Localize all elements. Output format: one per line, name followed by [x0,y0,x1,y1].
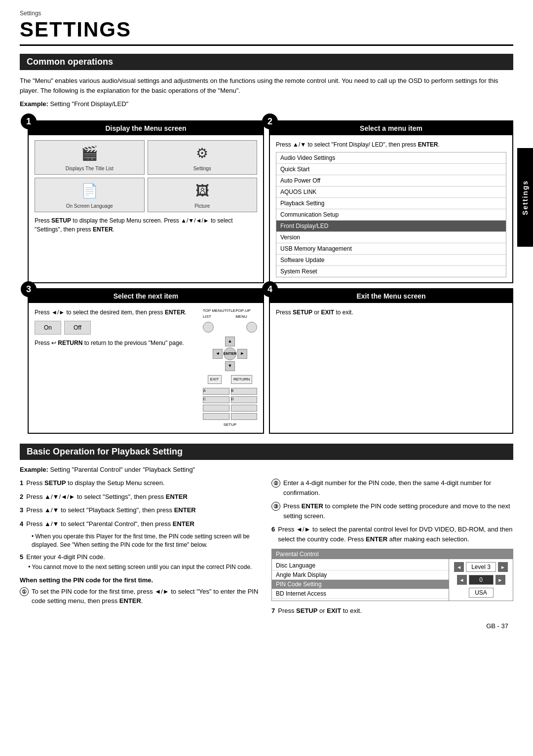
color-btn-g[interactable] [203,413,229,420]
example-text: Example: Setting "Front Display/LED" [20,100,513,108]
remote-nav-btns: EXIT RETURN [203,375,257,384]
circle1-text: To set the PIN code for the first time, … [32,587,262,606]
step-item-3: 3 Press ▲/▼ to select "Playback Setting"… [20,505,262,515]
menu-item-software: Software Update [276,255,506,266]
level-value: Level 3 [466,562,496,572]
step4-instruction: Press SETUP or EXIT to exit. [276,308,506,317]
dpad-left-btn[interactable]: ◄ [213,349,223,359]
off-button[interactable]: Off [64,321,91,335]
menu-item-playback: Playback Setting [276,198,506,209]
step2-menu-list: Audio Video Settings Quick Start Auto Po… [276,152,506,277]
step3-text-b: Press ▲/▼ to select "Playback Setting", … [26,505,196,515]
step3-return-bold: RETURN [58,340,82,346]
remote-top-btns [203,322,257,333]
step3-instruction: Press ◄/► to select the desired item, th… [35,308,198,317]
step3-enter-bold: ENTER [165,309,185,316]
circle1-num: ① [20,587,29,596]
step4-number: 4 [262,281,278,297]
parental-pin-setting: PIN Code Setting [272,580,449,589]
code-right-btn[interactable]: ► [495,575,505,585]
step3-return-text: Press ↩ RETURN to return to the previous… [35,339,198,347]
dpad: ▲ ▼ ◄ ► ENTER [213,337,247,371]
circle3-num: ③ [271,502,280,511]
color-a[interactable]: A [203,388,229,395]
page-number: GB - 37 [486,622,508,630]
parental-country-row: USA [452,588,510,598]
menu-item-auto-power: Auto Power Off [276,175,506,187]
num-5: 5 [20,552,23,571]
remote-top-menu-btn[interactable] [203,322,214,333]
color-btn-h[interactable] [231,413,258,420]
remote-illustration: TOP MENU/TITLE LIST POP-UP MENU ▲ ▼ ◄ ► [203,308,257,428]
step3-content: Press ◄/► to select the desired item, th… [29,303,263,433]
step3-header: Select the next item [29,289,263,303]
on-button[interactable]: On [35,321,61,335]
step6-item: 6 Press ◄/► to select the parental contr… [271,525,513,544]
parental-body: Disc Language Angle Mark Display PIN Cod… [272,559,513,601]
color-c[interactable]: C [203,396,229,403]
parental-list: Disc Language Angle Mark Display PIN Cod… [272,559,449,601]
return-btn[interactable]: RETURN [231,375,252,384]
menu-item-aquos: AQUOS LINK [276,187,506,198]
settings-sidebar: Settings [517,148,533,247]
circle2-item: ② Enter a 4-digit number for the PIN cod… [271,478,513,497]
circle2-text: Enter a 4-digit number for the PIN code,… [283,478,513,497]
step4-header: Exit the Menu screen [270,289,512,303]
color-btn-e[interactable] [203,405,229,412]
parental-code-row: ◄ 0 ► [452,575,510,585]
breadcrumb: Settings [20,10,513,17]
remote-popup-btn[interactable] [246,322,257,333]
dpad-down-btn[interactable]: ▼ [225,361,235,371]
parental-level-row: ◄ Level 3 ► [452,562,510,572]
step2-text: Press ▲/▼/◄/► to select "Settings", then… [26,492,188,502]
num-2: 2 [20,492,23,502]
top-menu-label: TOP MENU/TITLE LIST [203,308,235,320]
intro-text: The "Menu" enables various audio/visual … [20,76,513,95]
parental-disc-lang: Disc Language [272,561,449,570]
num-7: 7 [271,606,275,616]
color-b[interactable]: B [231,388,258,395]
level-right-btn[interactable]: ► [498,562,508,572]
menu-item-usb: USB Memory Management [276,243,506,255]
step1-img-title-list-label: Displays The Title List [66,165,114,172]
step4-exit-bold: EXIT [321,309,334,316]
example2-value: Setting "Parental Control" under "Playba… [50,466,195,473]
remote-color-btns: A B C D [203,388,257,420]
step1-img-settings: ⚙ Settings [148,140,258,175]
exit-btn[interactable]: EXIT [208,375,222,384]
circle2-num: ② [271,479,280,488]
when-setting-section: When setting the PIN code for the first … [20,576,262,606]
remote-top-labels: TOP MENU/TITLE LIST POP-UP MENU [203,308,257,320]
color-btn-f[interactable] [231,405,258,412]
step2-number: 2 [262,113,278,129]
menu-item-audio-video: Audio Video Settings [276,152,506,164]
step1-images: 🎬 Displays The Title List ⚙ Settings 📄 O… [35,140,257,212]
step2-header: Select a menu item [270,121,512,135]
pop-up-label: POP-UP MENU [235,308,257,320]
num-1: 1 [20,478,23,488]
menu-item-comm-setup: Communication Setup [276,209,506,221]
dpad-up-btn[interactable]: ▲ [225,337,235,346]
step1-img-settings-label: Settings [193,165,211,172]
step4-text: Press ▲/▼ to select "Parental Control", … [26,519,194,529]
level-left-btn[interactable]: ◄ [454,562,464,572]
color-d[interactable]: D [231,396,258,403]
dpad-right-btn[interactable]: ► [237,349,247,359]
step4-subbullet: When you operate this Player for the fir… [32,532,262,549]
step1-instruction: Press SETUP to display the Setup Menu sc… [35,216,257,234]
step3-box: 3 Select the next item Press ◄/► to sele… [28,288,264,434]
dpad-enter-btn[interactable]: ENTER [224,347,236,360]
section1-header: Common operations [20,54,513,70]
circle3-text: Press ENTER to complete the PIN code set… [283,501,513,521]
right-col: ② Enter a 4-digit number for the PIN cod… [271,478,513,620]
step-item-5: 5 Enter your 4-digit PIN code. You canno… [20,552,262,571]
parental-angle: Angle Mark Display [272,570,449,580]
num-4: 4 [20,519,23,529]
step6-text: Press ◄/► to select the parental control… [278,525,513,544]
step1-img-picture-label: Picture [194,202,210,210]
code-left-btn[interactable]: ◄ [457,575,467,585]
step1-box: 1 Display the Menu screen 🎬 Displays The… [28,120,264,283]
step7-item: 7 Press SETUP or EXIT to exit. [271,606,513,616]
on-off-buttons: On Off [35,321,198,335]
step5-content: Enter your 4-digit PIN code. You cannot … [26,552,252,571]
